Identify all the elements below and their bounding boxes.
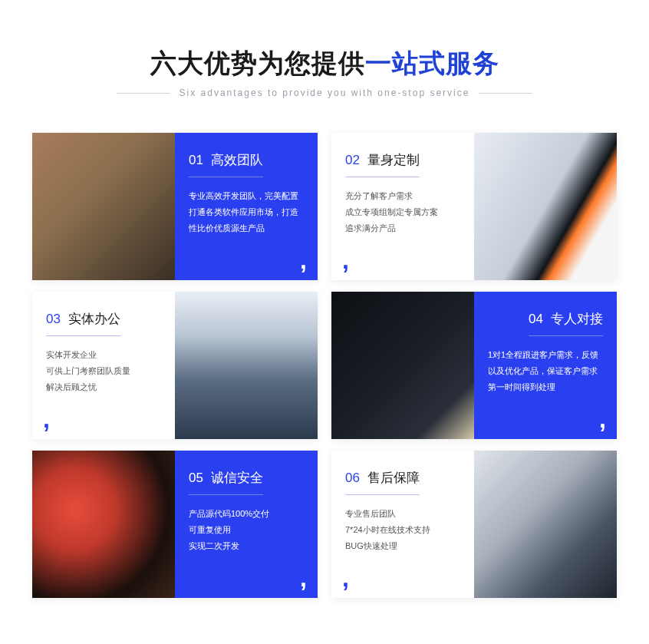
card-head-5: 05 诚信安全 — [189, 469, 263, 495]
title-part-1: 六大优势为您提供 — [150, 48, 365, 78]
card-number: 02 — [345, 153, 360, 168]
card-text-1: 01 高效团队 专业高效开发团队，完美配置打通各类软件应用市场，打造性比价优质源… — [175, 133, 318, 280]
card-head-4: 04 专人对接 — [529, 310, 603, 336]
card-desc: 充分了解客户需求成立专项组制定专属方案追求满分产品 — [345, 188, 460, 236]
card-number: 05 — [189, 471, 203, 486]
card-title: 高效团队 — [211, 151, 263, 169]
card-number: 04 — [529, 312, 543, 327]
card-text-4: 04 专人对接 1对1全程跟进客户需求，反馈以及优化产品，保证客户需求第一时间得… — [474, 292, 617, 439]
card-image-handshake — [474, 451, 617, 598]
card-desc: 产品源代码100%交付可重复使用实现二次开发 — [189, 506, 304, 554]
card-text-5: 05 诚信安全 产品源代码100%交付可重复使用实现二次开发 , — [175, 451, 318, 598]
quote-icon: , — [300, 248, 307, 272]
card-text-6: 06 售后保障 专业售后团队7*24小时在线技术支持BUG快速处理 , — [331, 451, 474, 598]
quote-icon: , — [342, 566, 349, 590]
card-image-tablet — [32, 451, 175, 598]
card-desc: 专业售后团队7*24小时在线技术支持BUG快速处理 — [345, 506, 460, 554]
quote-icon: , — [599, 407, 606, 431]
advantage-card-6: 06 售后保障 专业售后团队7*24小时在线技术支持BUG快速处理 , — [331, 451, 617, 598]
card-title: 专人对接 — [551, 310, 603, 328]
card-desc: 1对1全程跟进客户需求，反馈以及优化产品，保证客户需求第一时间得到处理 — [488, 347, 603, 395]
advantage-card-4: 04 专人对接 1对1全程跟进客户需求，反馈以及优化产品，保证客户需求第一时间得… — [331, 292, 617, 439]
advantages-grid: 01 高效团队 专业高效开发团队，完美配置打通各类软件应用市场，打造性比价优质源… — [0, 114, 649, 629]
quote-icon: , — [300, 566, 307, 590]
card-image-team — [32, 133, 175, 280]
card-head-6: 06 售后保障 — [345, 469, 420, 495]
card-title: 售后保障 — [367, 469, 420, 487]
advantage-card-5: 05 诚信安全 产品源代码100%交付可重复使用实现二次开发 , — [32, 451, 318, 598]
subtitle-row: Six advantages to provide you with one-s… — [15, 88, 634, 98]
card-title: 诚信安全 — [211, 469, 263, 487]
card-desc: 专业高效开发团队，完美配置打通各类软件应用市场，打造性比价优质源生产品 — [189, 188, 304, 236]
card-title: 实体办公 — [68, 310, 120, 328]
card-number: 01 — [189, 153, 203, 168]
card-image-building — [175, 292, 318, 439]
card-text-3: 03 实体办公 实体开发企业可供上门考察团队质量解决后顾之忧 , — [32, 292, 175, 439]
card-image-suit — [331, 292, 474, 439]
section-header: 六大优势为您提供一站式服务 Six advantages to provide … — [0, 0, 649, 114]
advantage-card-2: 02 量身定制 充分了解客户需求成立专项组制定专属方案追求满分产品 , — [331, 133, 617, 280]
card-image-phone — [474, 133, 617, 280]
card-text-2: 02 量身定制 充分了解客户需求成立专项组制定专属方案追求满分产品 , — [331, 133, 474, 280]
divider-right — [479, 93, 532, 94]
card-head-1: 01 高效团队 — [189, 151, 263, 177]
main-title: 六大优势为您提供一站式服务 — [15, 46, 634, 81]
quote-icon: , — [43, 407, 50, 431]
card-head-2: 02 量身定制 — [345, 151, 420, 177]
card-number: 03 — [46, 312, 61, 327]
quote-icon: , — [342, 248, 349, 272]
subtitle-text: Six advantages to provide you with one-s… — [180, 88, 470, 98]
advantage-card-1: 01 高效团队 专业高效开发团队，完美配置打通各类软件应用市场，打造性比价优质源… — [32, 133, 318, 280]
card-title: 量身定制 — [367, 151, 420, 169]
card-number: 06 — [345, 471, 360, 486]
title-part-2: 一站式服务 — [365, 48, 499, 78]
card-head-3: 03 实体办公 — [46, 310, 120, 336]
card-desc: 实体开发企业可供上门考察团队质量解决后顾之忧 — [46, 347, 161, 395]
advantage-card-3: 03 实体办公 实体开发企业可供上门考察团队质量解决后顾之忧 , — [32, 292, 318, 439]
divider-left — [117, 93, 170, 94]
